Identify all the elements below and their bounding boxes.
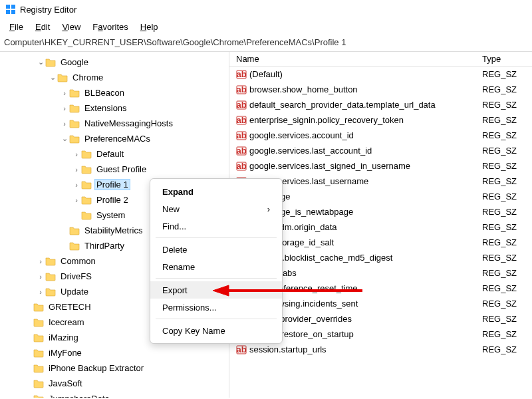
tree-item[interactable]: ›Guest Profile [0,162,229,177]
value-type: REG_SZ [482,100,532,110]
value-type: REG_SZ [482,237,532,247]
ctx-new[interactable]: New› [150,200,282,217]
svg-rect-1 [11,5,15,9]
ctx-permissions[interactable]: Permissions... [150,299,282,316]
folder-icon [69,225,80,236]
value-name: google.services.last_signed_in_username [249,161,410,171]
tree-item-label: Extensions [82,102,129,114]
value-row[interactable]: enterprise_signin.policy_recovery_tokenR… [229,112,532,128]
title-bar: Registry Editor [0,0,532,19]
chevron-right-icon[interactable]: › [72,181,81,189]
tree-item-label: iPhone Backup Extractor [47,362,146,374]
chevron-right-icon[interactable]: › [36,273,45,281]
tree-item-label: iMyFone [47,347,84,358]
tree-item[interactable]: ⌄Chrome [0,70,229,85]
ctx-delete[interactable]: Delete [150,241,282,258]
svg-rect-3 [11,10,15,14]
folder-icon [33,348,44,358]
tree-item-label: JumpshareData [47,393,112,398]
ctx-export[interactable]: Export [150,281,282,299]
chevron-down-icon[interactable]: ⌄ [36,58,45,66]
value-row[interactable]: google.services.last_account_idREG_SZ [229,143,532,158]
menu-file[interactable]: File [4,21,29,33]
chevron-right-icon[interactable]: › [72,150,81,158]
chevron-right-icon[interactable]: › [72,196,81,204]
tree-item[interactable]: ›Default [0,146,229,162]
tree-item-label: DriveFS [59,271,94,282]
folder-icon [45,57,56,68]
context-menu: Expand New› Find... Delete Rename Export… [150,178,283,344]
regsz-icon [236,344,247,355]
menu-favorites[interactable]: Favorites [87,21,133,33]
column-name-header[interactable]: Name [229,54,482,64]
value-row[interactable]: session.startup_urlsREG_SZ [229,342,532,357]
value-type: REG_SZ [482,283,532,293]
chevron-down-icon[interactable]: ⌄ [60,134,69,143]
chevron-down-icon[interactable]: ⌄ [48,73,57,82]
values-header: Name Type [229,52,532,66]
chevron-right-icon[interactable]: › [60,89,69,97]
chevron-right-icon[interactable]: › [36,288,45,296]
menu-view[interactable]: View [57,21,86,33]
tree-item-label: NativeMessagingHosts [82,118,175,129]
value-type: REG_SZ [482,161,532,171]
chevron-right-icon[interactable]: › [60,120,69,128]
value-row[interactable]: google.services.account_idREG_SZ [229,128,532,143]
ctx-expand[interactable]: Expand [150,183,282,200]
folder-icon [45,271,56,282]
value-type: REG_SZ [482,344,532,354]
tree-item-label: StabilityMetrics [82,225,144,236]
tree-item-label: GRETECH [47,301,93,313]
address-bar[interactable]: Computer\HKEY_CURRENT_USER\Software\Goog… [0,35,532,52]
value-row[interactable]: google.services.last_signed_in_usernameR… [229,158,532,174]
folder-icon [33,378,44,389]
tree-item[interactable]: ›iMyFone [0,345,229,360]
folder-icon [57,72,68,83]
folder-icon [81,180,92,190]
value-name: enterprise_signin.policy_recovery_token [249,115,404,125]
folder-icon [81,164,92,175]
tree-item[interactable]: ⌄Google [0,55,229,70]
tree-item-label: Google [59,57,90,68]
value-row[interactable]: (Default)REG_SZ [229,66,532,82]
tree-item[interactable]: ⌄PreferenceMACs [0,131,229,146]
chevron-right-icon[interactable]: › [36,257,45,265]
folder-icon [81,149,92,160]
menu-edit[interactable]: Edit [30,21,55,33]
value-row[interactable]: default_search_provider_data.template_ur… [229,97,532,112]
column-type-header[interactable]: Type [482,54,532,64]
tree-item-label: PreferenceMACs [82,133,152,144]
ctx-copy-key-name[interactable]: Copy Key Name [150,322,282,339]
chevron-right-icon[interactable]: › [72,166,81,174]
value-type: REG_SZ [482,314,532,324]
tree-item[interactable]: ›BLBeacon [0,85,229,100]
tree-item[interactable]: ›iPhone Backup Extractor [0,360,229,376]
tree-item[interactable]: ›JumpshareData [0,391,229,398]
value-name: google.services.account_id [249,130,354,140]
tree-item[interactable]: ›JavaSoft [0,376,229,391]
folder-icon [33,363,44,374]
tree-item[interactable]: ›NativeMessagingHosts [0,116,229,131]
value-type: REG_SZ [482,207,532,217]
regsz-icon [236,161,247,172]
tree-item-label: iMazing [47,332,80,343]
tree-item-label: BLBeacon [82,87,126,98]
ctx-find[interactable]: Find... [150,217,282,235]
value-type: REG_SZ [482,130,532,140]
value-type: REG_SZ [482,115,532,125]
value-row[interactable]: browser.show_home_buttonREG_SZ [229,82,532,97]
app-icon [5,4,16,15]
svg-rect-2 [6,10,10,14]
submenu-arrow-icon: › [267,204,270,214]
chevron-right-icon[interactable]: › [60,104,69,112]
menu-bar: File Edit View Favorites Help [0,19,532,35]
tree-item-label: JavaSoft [47,378,84,389]
tree-item[interactable]: ›Extensions [0,100,229,116]
tree-item-label: Common [59,255,98,267]
tree-item-label: Update [59,286,90,297]
menu-help[interactable]: Help [135,21,164,33]
folder-icon [81,210,92,221]
folder-icon [33,317,44,328]
ctx-rename[interactable]: Rename [150,258,282,275]
regsz-icon [236,115,247,126]
